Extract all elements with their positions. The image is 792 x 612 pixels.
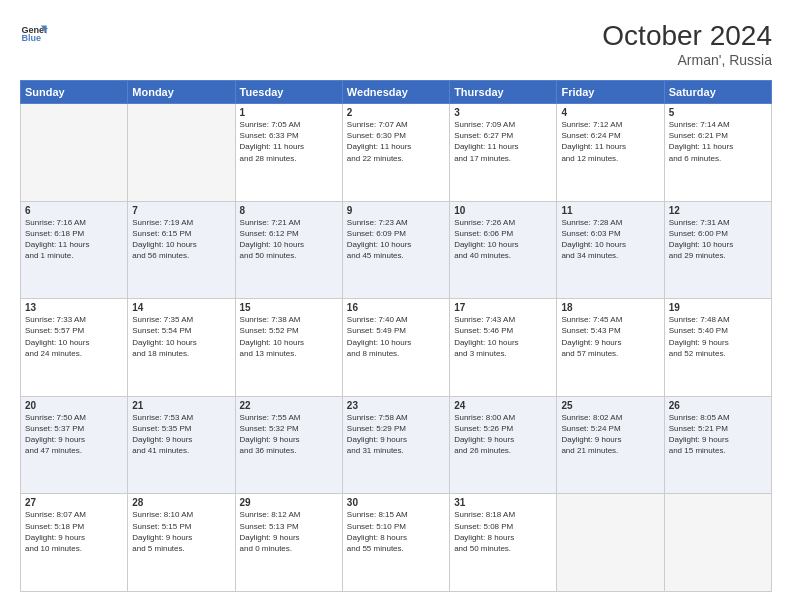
day-number: 21 [132, 400, 230, 411]
svg-text:Blue: Blue [21, 33, 41, 43]
day-info: Sunrise: 7:09 AM Sunset: 6:27 PM Dayligh… [454, 119, 552, 164]
day-info: Sunrise: 8:18 AM Sunset: 5:08 PM Dayligh… [454, 509, 552, 554]
table-row: 10Sunrise: 7:26 AM Sunset: 6:06 PM Dayli… [450, 201, 557, 299]
day-number: 30 [347, 497, 445, 508]
month-title: October 2024 [602, 20, 772, 52]
day-number: 27 [25, 497, 123, 508]
day-info: Sunrise: 7:40 AM Sunset: 5:49 PM Dayligh… [347, 314, 445, 359]
table-row: 7Sunrise: 7:19 AM Sunset: 6:15 PM Daylig… [128, 201, 235, 299]
table-row: 17Sunrise: 7:43 AM Sunset: 5:46 PM Dayli… [450, 299, 557, 397]
table-row: 4Sunrise: 7:12 AM Sunset: 6:24 PM Daylig… [557, 104, 664, 202]
day-number: 29 [240, 497, 338, 508]
day-number: 2 [347, 107, 445, 118]
table-row: 26Sunrise: 8:05 AM Sunset: 5:21 PM Dayli… [664, 396, 771, 494]
day-info: Sunrise: 7:16 AM Sunset: 6:18 PM Dayligh… [25, 217, 123, 262]
table-row: 20Sunrise: 7:50 AM Sunset: 5:37 PM Dayli… [21, 396, 128, 494]
day-info: Sunrise: 7:55 AM Sunset: 5:32 PM Dayligh… [240, 412, 338, 457]
table-row: 25Sunrise: 8:02 AM Sunset: 5:24 PM Dayli… [557, 396, 664, 494]
table-row: 27Sunrise: 8:07 AM Sunset: 5:18 PM Dayli… [21, 494, 128, 592]
table-row [21, 104, 128, 202]
calendar-week-row: 1Sunrise: 7:05 AM Sunset: 6:33 PM Daylig… [21, 104, 772, 202]
day-number: 20 [25, 400, 123, 411]
day-number: 23 [347, 400, 445, 411]
table-row [664, 494, 771, 592]
table-row: 15Sunrise: 7:38 AM Sunset: 5:52 PM Dayli… [235, 299, 342, 397]
col-saturday: Saturday [664, 81, 771, 104]
header-row: Sunday Monday Tuesday Wednesday Thursday… [21, 81, 772, 104]
day-number: 14 [132, 302, 230, 313]
day-info: Sunrise: 7:28 AM Sunset: 6:03 PM Dayligh… [561, 217, 659, 262]
day-info: Sunrise: 8:12 AM Sunset: 5:13 PM Dayligh… [240, 509, 338, 554]
col-sunday: Sunday [21, 81, 128, 104]
day-info: Sunrise: 7:07 AM Sunset: 6:30 PM Dayligh… [347, 119, 445, 164]
day-info: Sunrise: 8:15 AM Sunset: 5:10 PM Dayligh… [347, 509, 445, 554]
table-row: 9Sunrise: 7:23 AM Sunset: 6:09 PM Daylig… [342, 201, 449, 299]
calendar-table: Sunday Monday Tuesday Wednesday Thursday… [20, 80, 772, 592]
day-number: 13 [25, 302, 123, 313]
day-number: 12 [669, 205, 767, 216]
col-wednesday: Wednesday [342, 81, 449, 104]
day-number: 31 [454, 497, 552, 508]
logo-icon: General Blue [20, 20, 48, 48]
day-number: 28 [132, 497, 230, 508]
table-row: 18Sunrise: 7:45 AM Sunset: 5:43 PM Dayli… [557, 299, 664, 397]
day-info: Sunrise: 7:58 AM Sunset: 5:29 PM Dayligh… [347, 412, 445, 457]
day-number: 7 [132, 205, 230, 216]
day-number: 19 [669, 302, 767, 313]
calendar-week-row: 13Sunrise: 7:33 AM Sunset: 5:57 PM Dayli… [21, 299, 772, 397]
day-number: 26 [669, 400, 767, 411]
day-info: Sunrise: 7:23 AM Sunset: 6:09 PM Dayligh… [347, 217, 445, 262]
table-row: 21Sunrise: 7:53 AM Sunset: 5:35 PM Dayli… [128, 396, 235, 494]
table-row: 6Sunrise: 7:16 AM Sunset: 6:18 PM Daylig… [21, 201, 128, 299]
calendar-week-row: 6Sunrise: 7:16 AM Sunset: 6:18 PM Daylig… [21, 201, 772, 299]
day-info: Sunrise: 7:31 AM Sunset: 6:00 PM Dayligh… [669, 217, 767, 262]
location: Arman', Russia [602, 52, 772, 68]
day-info: Sunrise: 7:48 AM Sunset: 5:40 PM Dayligh… [669, 314, 767, 359]
day-number: 11 [561, 205, 659, 216]
day-info: Sunrise: 7:05 AM Sunset: 6:33 PM Dayligh… [240, 119, 338, 164]
col-tuesday: Tuesday [235, 81, 342, 104]
table-row: 29Sunrise: 8:12 AM Sunset: 5:13 PM Dayli… [235, 494, 342, 592]
day-number: 17 [454, 302, 552, 313]
day-info: Sunrise: 7:50 AM Sunset: 5:37 PM Dayligh… [25, 412, 123, 457]
table-row: 1Sunrise: 7:05 AM Sunset: 6:33 PM Daylig… [235, 104, 342, 202]
col-friday: Friday [557, 81, 664, 104]
table-row: 12Sunrise: 7:31 AM Sunset: 6:00 PM Dayli… [664, 201, 771, 299]
day-number: 10 [454, 205, 552, 216]
table-row: 31Sunrise: 8:18 AM Sunset: 5:08 PM Dayli… [450, 494, 557, 592]
day-number: 18 [561, 302, 659, 313]
table-row: 3Sunrise: 7:09 AM Sunset: 6:27 PM Daylig… [450, 104, 557, 202]
table-row: 24Sunrise: 8:00 AM Sunset: 5:26 PM Dayli… [450, 396, 557, 494]
calendar-week-row: 27Sunrise: 8:07 AM Sunset: 5:18 PM Dayli… [21, 494, 772, 592]
table-row: 28Sunrise: 8:10 AM Sunset: 5:15 PM Dayli… [128, 494, 235, 592]
day-number: 22 [240, 400, 338, 411]
day-number: 15 [240, 302, 338, 313]
table-row: 30Sunrise: 8:15 AM Sunset: 5:10 PM Dayli… [342, 494, 449, 592]
day-info: Sunrise: 7:35 AM Sunset: 5:54 PM Dayligh… [132, 314, 230, 359]
day-info: Sunrise: 7:21 AM Sunset: 6:12 PM Dayligh… [240, 217, 338, 262]
table-row: 19Sunrise: 7:48 AM Sunset: 5:40 PM Dayli… [664, 299, 771, 397]
table-row: 11Sunrise: 7:28 AM Sunset: 6:03 PM Dayli… [557, 201, 664, 299]
table-row [557, 494, 664, 592]
day-info: Sunrise: 8:07 AM Sunset: 5:18 PM Dayligh… [25, 509, 123, 554]
col-thursday: Thursday [450, 81, 557, 104]
day-info: Sunrise: 8:00 AM Sunset: 5:26 PM Dayligh… [454, 412, 552, 457]
day-info: Sunrise: 7:38 AM Sunset: 5:52 PM Dayligh… [240, 314, 338, 359]
day-number: 9 [347, 205, 445, 216]
day-number: 8 [240, 205, 338, 216]
day-info: Sunrise: 7:26 AM Sunset: 6:06 PM Dayligh… [454, 217, 552, 262]
day-number: 16 [347, 302, 445, 313]
day-number: 3 [454, 107, 552, 118]
table-row: 16Sunrise: 7:40 AM Sunset: 5:49 PM Dayli… [342, 299, 449, 397]
day-info: Sunrise: 7:12 AM Sunset: 6:24 PM Dayligh… [561, 119, 659, 164]
day-info: Sunrise: 7:43 AM Sunset: 5:46 PM Dayligh… [454, 314, 552, 359]
calendar-week-row: 20Sunrise: 7:50 AM Sunset: 5:37 PM Dayli… [21, 396, 772, 494]
table-row [128, 104, 235, 202]
day-info: Sunrise: 7:45 AM Sunset: 5:43 PM Dayligh… [561, 314, 659, 359]
table-row: 22Sunrise: 7:55 AM Sunset: 5:32 PM Dayli… [235, 396, 342, 494]
day-number: 24 [454, 400, 552, 411]
day-info: Sunrise: 8:10 AM Sunset: 5:15 PM Dayligh… [132, 509, 230, 554]
day-info: Sunrise: 8:02 AM Sunset: 5:24 PM Dayligh… [561, 412, 659, 457]
day-number: 4 [561, 107, 659, 118]
table-row: 23Sunrise: 7:58 AM Sunset: 5:29 PM Dayli… [342, 396, 449, 494]
